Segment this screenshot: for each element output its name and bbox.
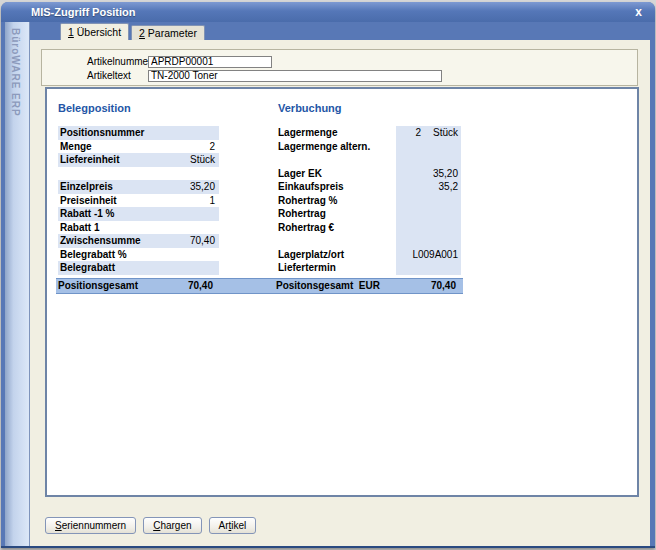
- left-label: Preiseinheit: [60, 194, 117, 208]
- left-cell: Liefereinheit Stück: [58, 153, 219, 167]
- titlebar[interactable]: MIS-Zugriff Position x: [1, 2, 655, 22]
- left-label: Zwischensumme: [60, 234, 141, 248]
- tab-parameter[interactable]: 2 Parameter: [131, 25, 205, 40]
- total-left-cell: Positionsgesamt 70,40: [56, 279, 217, 293]
- artikeltext-label: Artikeltext: [87, 70, 148, 81]
- right-label: Einkaufspreis: [278, 180, 396, 194]
- left-cell: [58, 167, 219, 181]
- right-value-cell: [396, 194, 461, 208]
- total-left-value: 70,40: [188, 279, 213, 293]
- position-row: Zwischensumme 70,40: [58, 234, 465, 248]
- artikel-button[interactable]: Artikel: [209, 517, 257, 534]
- right-unit: Stück: [433, 126, 458, 140]
- right-value-cell: [396, 207, 461, 221]
- right-value-cell: 2 Stück: [396, 126, 461, 140]
- left-cell: Zwischensumme 70,40: [58, 234, 219, 248]
- right-value-cell: [396, 261, 461, 275]
- left-cell: Rabatt 1: [58, 221, 219, 235]
- position-row: Belegrabatt Liefertermin: [58, 261, 465, 275]
- left-cell: Menge 2: [58, 140, 219, 154]
- column-gap: [217, 279, 276, 293]
- window-title: MIS-Zugriff Position: [31, 6, 632, 18]
- right-value-cell: 35,2: [396, 180, 461, 194]
- left-label: Belegrabatt: [60, 261, 115, 275]
- column-gap: [219, 221, 278, 235]
- left-value: 1: [209, 194, 215, 208]
- left-label: Belegrabatt %: [60, 248, 127, 262]
- rows-container: Positionsnummer Lagermenge 2 Stück Menge…: [58, 126, 465, 275]
- left-value: 35,20: [190, 180, 215, 194]
- window-body: BüroWARE ERP 1 Übersicht 2 Parameter Art…: [1, 22, 655, 546]
- position-row: Preiseinheit 1 Rohertrag %: [58, 194, 465, 208]
- close-icon[interactable]: x: [632, 6, 645, 18]
- total-left-label: Positionsgesamt: [58, 279, 138, 293]
- artikeltext-input[interactable]: [148, 70, 442, 82]
- right-value-cell: [396, 221, 461, 235]
- position-row: Lager EK 35,20: [58, 167, 465, 181]
- left-label: Liefereinheit: [60, 153, 119, 167]
- total-right-value: 70,40: [431, 279, 456, 293]
- position-row: Belegrabatt % Lagerplatz/ort L009A001: [58, 248, 465, 262]
- btn-text: hargen: [160, 520, 191, 531]
- btn-accel: S: [55, 520, 62, 531]
- right-value-cell: [396, 234, 461, 248]
- left-label: Rabatt 1: [60, 221, 99, 235]
- column-gap: [219, 167, 278, 181]
- column-gap: [219, 207, 278, 221]
- dialog-window: MIS-Zugriff Position x BüroWARE ERP 1 Üb…: [1, 2, 655, 548]
- tab-label: Parameter: [145, 27, 197, 39]
- right-label: Lager EK: [278, 167, 396, 181]
- right-value-cell: L009A001: [396, 248, 461, 262]
- left-cell: Positionsnummer: [58, 126, 219, 140]
- btn-text: eriennummern: [62, 520, 126, 531]
- left-cell: Belegrabatt: [58, 261, 219, 275]
- total-band: Positionsgesamt 70,40 Positonsgesamt EUR…: [56, 278, 463, 294]
- tab-uebersicht[interactable]: 1 Übersicht: [60, 23, 129, 40]
- left-label: Rabatt -1 %: [60, 207, 114, 221]
- artikeltext-row: Artikeltext: [87, 69, 637, 82]
- right-label: Rohertrag €: [278, 221, 396, 235]
- chargen-button[interactable]: Chargen: [143, 517, 201, 534]
- tab-label: Übersicht: [74, 26, 121, 38]
- brand-sidebar: BüroWARE ERP: [5, 22, 30, 546]
- right-label: [278, 234, 396, 248]
- column-gap: [219, 180, 278, 194]
- column-gap: [219, 140, 278, 154]
- seriennummern-button[interactable]: Seriennummern: [45, 517, 136, 534]
- left-label: Einzelpreis: [60, 180, 113, 194]
- position-row: Einzelpreis 35,20 Einkaufspreis 35,2: [58, 180, 465, 194]
- main-area: 1 Übersicht 2 Parameter Artikelnummer Ar…: [30, 22, 650, 546]
- column-gap: [219, 248, 278, 262]
- tab-bar: 1 Übersicht 2 Parameter: [30, 22, 650, 40]
- artikelnummer-row: Artikelnummer: [87, 55, 637, 68]
- right-value-cell: 35,20: [396, 167, 461, 181]
- right-label: Liefertermin: [278, 261, 396, 275]
- left-cell: Rabatt -1 %: [58, 207, 219, 221]
- right-value-cell: [396, 140, 461, 154]
- position-row: Menge 2 Lagermenge altern.: [58, 140, 465, 154]
- position-panel: Belegposition Verbuchung Positionsnummer…: [45, 87, 639, 497]
- btn-text: ikel: [231, 520, 246, 531]
- column-gap: [219, 261, 278, 275]
- total-right-cell: 70,40: [394, 279, 459, 293]
- column-gap: [219, 126, 278, 140]
- position-row: Rabatt 1 Rohertrag €: [58, 221, 465, 235]
- right-label: Rohertrag %: [278, 194, 396, 208]
- right-value: L009A001: [412, 248, 458, 262]
- column-gap: [219, 194, 278, 208]
- right-label: [278, 153, 396, 167]
- left-value: 2: [209, 140, 215, 154]
- brand-text: BüroWARE ERP: [10, 28, 21, 117]
- right-value: 2: [415, 126, 421, 140]
- right-value-cell: [396, 153, 461, 167]
- position-row: Rabatt -1 % Rohertrag: [58, 207, 465, 221]
- artikelnummer-input[interactable]: [148, 56, 272, 68]
- right-label: Lagermenge altern.: [278, 140, 396, 154]
- left-cell: Einzelpreis 35,20: [58, 180, 219, 194]
- button-bar: Seriennummern Chargen Artikel: [45, 517, 256, 534]
- left-label: Menge: [60, 140, 92, 154]
- position-row: Liefereinheit Stück: [58, 153, 465, 167]
- right-value: 35,20: [433, 167, 458, 181]
- artikelnummer-label: Artikelnummer: [87, 56, 148, 67]
- right-label: Lagerplatz/ort: [278, 248, 396, 262]
